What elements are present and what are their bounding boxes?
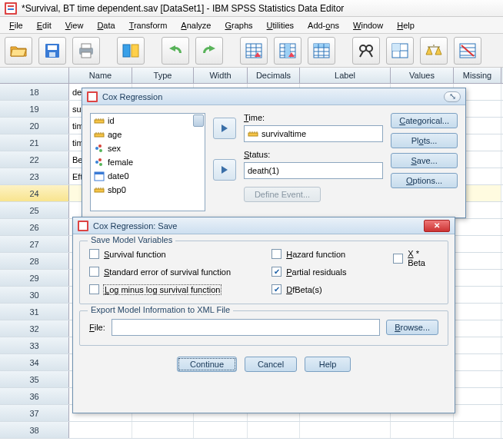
cox-dialog-minimize[interactable]: ⤡ bbox=[444, 91, 461, 102]
menu-file[interactable]: File bbox=[3, 18, 29, 32]
stderr-survival-checkbox[interactable]: Standard error of survival function bbox=[89, 267, 248, 277]
row-header[interactable]: 18 bbox=[0, 84, 69, 100]
row-header[interactable]: 37 bbox=[0, 405, 69, 421]
cell-width[interactable] bbox=[194, 422, 248, 438]
status-field[interactable]: death(1) bbox=[244, 162, 383, 179]
grid-row[interactable]: 38 bbox=[0, 422, 503, 439]
cell-label[interactable] bbox=[300, 422, 391, 438]
print-button[interactable] bbox=[72, 37, 100, 65]
cell-missing[interactable] bbox=[454, 287, 501, 303]
col-header-type[interactable]: Type bbox=[132, 68, 194, 83]
row-header[interactable]: 22 bbox=[0, 151, 69, 168]
menu-edit[interactable]: Edit bbox=[31, 18, 58, 32]
cell-values[interactable] bbox=[391, 422, 454, 438]
menu-view[interactable]: View bbox=[59, 18, 90, 32]
cell-missing[interactable] bbox=[454, 304, 501, 320]
row-header[interactable]: 26 bbox=[0, 219, 69, 235]
cell-missing[interactable] bbox=[454, 422, 501, 438]
variable-item[interactable]: female bbox=[91, 155, 205, 169]
redo-button[interactable] bbox=[195, 37, 223, 65]
cell-missing[interactable] bbox=[454, 354, 501, 370]
scrollbar-thumb[interactable] bbox=[193, 114, 204, 127]
goto-case-button[interactable] bbox=[240, 37, 268, 65]
cancel-button[interactable]: Cancel bbox=[245, 357, 297, 372]
menu-graphs[interactable]: Graphs bbox=[218, 18, 258, 32]
goto-variable-button[interactable] bbox=[274, 37, 301, 65]
file-input[interactable] bbox=[112, 319, 380, 336]
select-cases-button[interactable] bbox=[454, 37, 481, 65]
save-dialog-titlebar[interactable]: Cox Regression: Save ✕ bbox=[73, 217, 455, 234]
row-header[interactable]: 30 bbox=[0, 287, 69, 303]
save-button-cox[interactable]: Save... bbox=[391, 153, 458, 168]
col-header-name[interactable]: Name bbox=[69, 68, 132, 83]
col-header-values[interactable]: Values bbox=[391, 68, 454, 83]
row-header[interactable]: 24 bbox=[0, 185, 69, 201]
hazard-function-checkbox[interactable]: Hazard function bbox=[271, 249, 370, 259]
row-header[interactable]: 23 bbox=[0, 168, 69, 184]
menu-window[interactable]: Window bbox=[347, 18, 389, 32]
continue-button[interactable]: Continue bbox=[177, 357, 237, 372]
survival-function-checkbox[interactable]: Survival function bbox=[89, 249, 248, 259]
row-header[interactable]: 21 bbox=[0, 134, 69, 151]
row-header[interactable]: 28 bbox=[0, 253, 69, 269]
col-header-decimals[interactable]: Decimals bbox=[248, 68, 300, 83]
row-header[interactable]: 35 bbox=[0, 371, 69, 387]
cell-missing[interactable] bbox=[454, 253, 501, 269]
find-button[interactable] bbox=[352, 37, 380, 65]
row-header[interactable]: 38 bbox=[0, 422, 69, 438]
row-header[interactable]: 27 bbox=[0, 236, 69, 252]
cox-dialog-titlebar[interactable]: Cox Regression ⤡ bbox=[82, 88, 465, 105]
col-header-label[interactable]: Label bbox=[300, 68, 391, 83]
weight-cases-button[interactable] bbox=[420, 37, 448, 65]
col-header-missing[interactable]: Missing bbox=[454, 68, 501, 83]
cell-name[interactable] bbox=[69, 422, 132, 438]
undo-button[interactable] bbox=[162, 37, 189, 65]
variable-item[interactable]: id bbox=[91, 114, 205, 128]
variable-item[interactable]: age bbox=[91, 128, 205, 141]
cell-missing[interactable] bbox=[454, 405, 501, 421]
menu-transform[interactable]: Transform bbox=[123, 18, 174, 32]
cell-missing[interactable] bbox=[454, 219, 501, 235]
cell-missing[interactable] bbox=[454, 320, 501, 337]
menu-utilities[interactable]: Utilities bbox=[261, 18, 300, 32]
plots-button[interactable]: Plots... bbox=[391, 133, 458, 148]
menu-addons[interactable]: Add-ons bbox=[301, 18, 345, 32]
partial-residuals-checkbox[interactable]: Partial residuals bbox=[271, 267, 370, 277]
variable-item[interactable]: sex bbox=[91, 141, 205, 155]
menu-data[interactable]: Data bbox=[91, 18, 121, 32]
menu-help[interactable]: Help bbox=[391, 18, 421, 32]
row-header[interactable]: 36 bbox=[0, 388, 69, 404]
row-header[interactable]: 19 bbox=[0, 101, 69, 117]
row-header[interactable]: 29 bbox=[0, 270, 69, 286]
cell-missing[interactable] bbox=[454, 388, 501, 404]
save-dialog-close[interactable]: ✕ bbox=[424, 220, 450, 232]
variables-button[interactable] bbox=[308, 37, 335, 65]
row-header[interactable]: 20 bbox=[0, 118, 69, 134]
categorical-button[interactable]: Categorical... bbox=[391, 113, 458, 128]
cell-decimals[interactable] bbox=[248, 422, 300, 438]
menu-analyze[interactable]: Analyze bbox=[175, 18, 217, 32]
cell-missing[interactable] bbox=[454, 270, 501, 286]
row-header[interactable]: 31 bbox=[0, 304, 69, 320]
recall-dialog-button[interactable] bbox=[117, 37, 145, 65]
row-header[interactable]: 33 bbox=[0, 337, 69, 353]
cell-missing[interactable] bbox=[454, 236, 501, 252]
help-button[interactable]: Help bbox=[305, 357, 351, 372]
cell-missing[interactable] bbox=[454, 337, 501, 353]
save-button[interactable] bbox=[38, 37, 66, 65]
open-button[interactable] bbox=[5, 37, 32, 65]
col-header-width[interactable]: Width bbox=[194, 68, 248, 83]
time-field[interactable]: survivaltime bbox=[244, 125, 383, 142]
row-header[interactable]: 25 bbox=[0, 202, 69, 218]
move-to-time-button[interactable] bbox=[213, 118, 236, 139]
x-beta-checkbox[interactable]: X * Beta bbox=[393, 249, 438, 267]
dfbetas-checkbox[interactable]: DfBeta(s) bbox=[271, 284, 370, 294]
variable-item[interactable]: sbp0 bbox=[91, 183, 205, 197]
row-header[interactable]: 32 bbox=[0, 320, 69, 337]
split-file-button[interactable] bbox=[386, 37, 414, 65]
row-header[interactable]: 34 bbox=[0, 354, 69, 370]
options-button[interactable]: Options... bbox=[391, 173, 458, 188]
cell-missing[interactable] bbox=[454, 371, 501, 387]
cell-type[interactable] bbox=[132, 422, 194, 438]
browse-button[interactable]: Browse... bbox=[386, 320, 438, 335]
